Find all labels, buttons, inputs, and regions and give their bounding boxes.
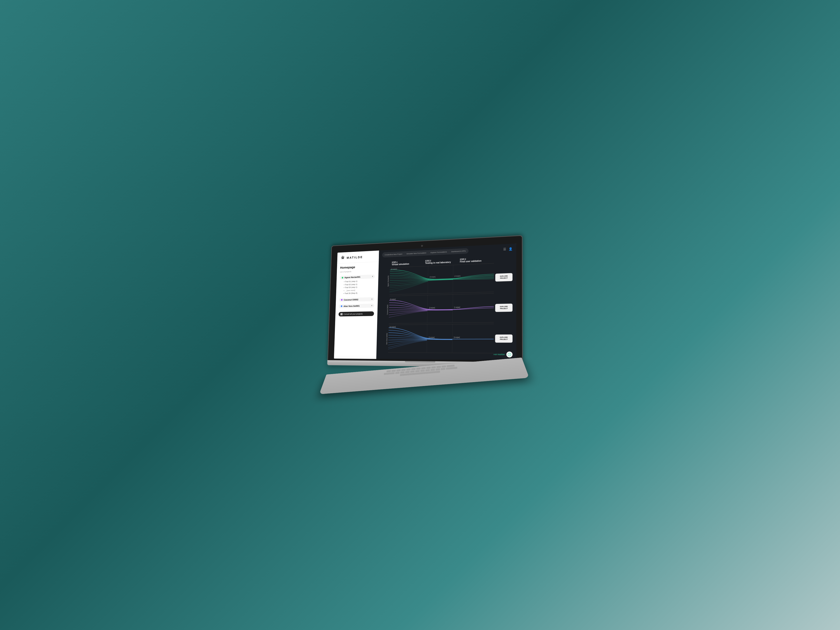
flow-canvas-aloevera: [16 recipes] [2 recipes] [0 recipes] (388, 324, 494, 353)
nav-pill-simulate[interactable]: Simulate New Formulation (405, 251, 428, 255)
user-icon[interactable]: 👤 (508, 247, 513, 250)
menu-icon[interactable]: ☰ (503, 247, 506, 251)
nav-pill-explore[interactable]: Explore Formulations (429, 250, 448, 254)
row-label-aloevera: Aloe Vera Gel001 (386, 333, 388, 344)
project-item-coconut[interactable]: Coconut Oil002 ▾ (336, 296, 377, 303)
project-dropdown-aloevera[interactable]: Aloe Vera Gel001 ▾ (339, 304, 374, 308)
consult-btn-label: Consult all your projects (343, 313, 363, 315)
project-dropdown-coconut[interactable]: Coconut Oil002 ▾ (339, 297, 374, 302)
chevron-down-icon-2: ▾ (371, 298, 372, 300)
svg-text:[2 recipes]: [2 recipes] (429, 336, 435, 339)
project-dot-aloevera (341, 306, 343, 307)
key (392, 370, 396, 372)
flow-rows: Agave Nectar001 (380, 262, 513, 353)
nav-pill-dashboard[interactable]: Dashboard & KPIs (450, 249, 468, 254)
flow-canvas-agave: [20 recipes] [5 recipes] [2 recipes] (389, 263, 494, 295)
key (415, 370, 420, 372)
step-col-3: STEP 3 Final user validation (458, 257, 494, 263)
key (411, 368, 415, 370)
logo-text: MATILDE (347, 255, 363, 259)
svg-text:[20 recipes]: [20 recipes] (391, 268, 397, 270)
project-item-agave[interactable]: Agave Nectar001 ▾ • Trial 01 (step 1) • … (336, 273, 378, 297)
svg-text:[16 recipes]: [16 recipes] (390, 326, 396, 328)
row-label-wrap-agave: Agave Nectar001 (381, 267, 390, 295)
key (441, 365, 446, 367)
key (395, 372, 399, 374)
svg-text:[2 recipes]: [2 recipes] (429, 307, 435, 309)
step-col-1: STEP 1 Virtual simulation (390, 260, 423, 266)
project-name-agave: Agave Nectar001 (344, 276, 360, 279)
key (431, 366, 436, 369)
row-label-agave: Agave Nectar001 (387, 276, 389, 287)
ask-matilde-widget[interactable]: Ask Matilde! (494, 351, 513, 358)
consult-all-projects-button[interactable]: Consult all your projects (338, 311, 374, 316)
key (447, 365, 455, 367)
flow-row-coconut: Coconut Oil002 (381, 293, 513, 323)
key (436, 368, 440, 370)
key (416, 367, 420, 370)
grid-icon (341, 313, 343, 315)
logo-area: MATILDE (337, 254, 379, 264)
flow-svg-aloevera: [16 recipes] [2 recipes] [0 recipes] (388, 324, 494, 353)
app-frame: MATILDE Homepage List of projects Agave … (334, 244, 516, 360)
flow-svg-agave: [20 recipes] [5 recipes] [2 recipes] (389, 263, 494, 295)
svg-text:[5 recipes]: [5 recipes] (429, 276, 436, 278)
camera-notch (421, 245, 423, 247)
laptop-screen: MATILDE Homepage List of projects Agave … (327, 235, 523, 362)
flow-svg-coconut: [8 recipes] [2 recipes] [1 recipes] (389, 293, 494, 323)
key (426, 367, 431, 369)
chevron-down-icon-3: ▾ (371, 304, 372, 307)
key (425, 369, 429, 372)
explore-btn-coconut[interactable]: EXPLOREPROJECT (495, 303, 513, 312)
svg-text:[8 recipes]: [8 recipes] (390, 298, 395, 300)
ask-matilde-text: Ask Matilde! (494, 353, 505, 356)
sidebar: MATILDE Homepage List of projects Agave … (334, 250, 379, 359)
svg-text:[0 recipes]: [0 recipes] (454, 336, 460, 339)
svg-text:[1 recipes]: [1 recipes] (454, 306, 460, 309)
explore-btn-agave[interactable]: EXPLOREPROJECT (495, 273, 513, 281)
svg-text:[2 recipes]: [2 recipes] (455, 275, 461, 277)
key (396, 369, 401, 372)
flow-row-agave: Agave Nectar001 (381, 262, 513, 295)
main-content: Create/End New Project Simulate New Form… (376, 244, 516, 360)
flow-area: STEP 1 Virtual simulation STEP 2 Testing… (376, 254, 516, 360)
key (405, 371, 410, 373)
key (401, 369, 406, 371)
key (430, 369, 435, 371)
explore-btn-aloevera[interactable]: EXPLOREPROJECT (495, 334, 513, 342)
flow-canvas-coconut: [8 recipes] [2 recipes] [1 recipes] (389, 293, 494, 323)
project-item-aloevera[interactable]: Aloe Vera Gel001 ▾ (336, 302, 377, 309)
key (406, 369, 411, 370)
project-dot-coconut (341, 299, 343, 301)
laptop-wrapper: MATILDE Homepage List of projects Agave … (322, 238, 518, 392)
key (410, 370, 415, 372)
project-sub-items-agave: • Trial 01 (step 1) • Trial 02 (step 1) … (339, 278, 375, 296)
row-label-wrap-coconut: Coconut Oil002 (381, 296, 389, 323)
nav-pill-create[interactable]: Create/End New Project (383, 252, 404, 257)
project-name-coconut: Coconut Oil002 (344, 298, 358, 301)
row-label-coconut: Coconut Oil002 (387, 304, 388, 315)
key (436, 366, 441, 368)
key (386, 370, 391, 372)
ask-matilde-icon[interactable] (507, 351, 513, 357)
nav-icons: ☰ 👤 (503, 247, 513, 251)
step-col-2: STEP 2 Testing in real laboratory (423, 258, 458, 264)
chevron-down-icon: ▾ (372, 276, 373, 277)
project-name-aloevera: Aloe Vera Gel001 (343, 305, 360, 307)
key (400, 371, 405, 373)
project-dot-agave (342, 277, 343, 279)
key (420, 369, 425, 372)
matilde-logo-icon (340, 255, 345, 260)
flow-row-aloevera: Aloe Vera Gel001 (380, 323, 513, 353)
screen-bezel: MATILDE Homepage List of projects Agave … (334, 244, 516, 360)
key (421, 367, 425, 369)
svg-point-19 (509, 355, 510, 356)
row-label-wrap-aloevera: Aloe Vera Gel001 (380, 324, 389, 352)
key (441, 368, 445, 370)
